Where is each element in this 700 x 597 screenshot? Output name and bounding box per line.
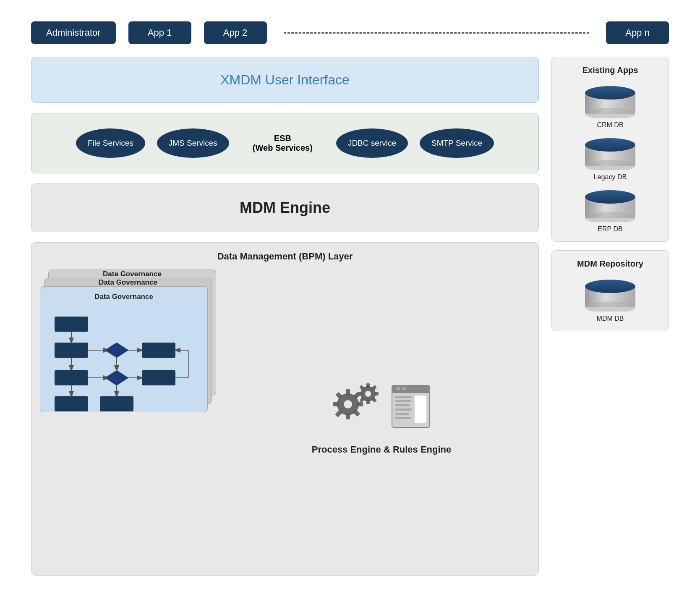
dashed-separator (284, 32, 589, 34)
svg-rect-17 (55, 396, 88, 411)
bpm-inner: Data Governance Data Governance Data Gov… (40, 270, 530, 566)
mdm-engine-label: MDM Engine (240, 199, 330, 217)
svg-marker-10 (105, 370, 128, 385)
jms-services-ellipse: JMS Services (157, 128, 229, 158)
process-engine-area: Process Engine & Rules Engine (233, 270, 530, 566)
svg-rect-33 (366, 383, 370, 388)
svg-rect-51 (395, 408, 412, 411)
svg-point-58 (585, 138, 635, 152)
smtp-service-ellipse: SMTP Service (420, 128, 494, 158)
document-icon (390, 383, 432, 429)
erp-db-label: ERP DB (598, 225, 622, 233)
xmdm-ui-box: XMDM User Interface (31, 57, 539, 103)
svg-rect-25 (357, 402, 363, 406)
svg-rect-49 (395, 400, 411, 402)
legacy-db-label: Legacy DB (594, 173, 627, 181)
jdbc-service-ellipse: JDBC service (336, 128, 408, 158)
svg-rect-12 (142, 370, 175, 385)
svg-rect-52 (395, 413, 409, 415)
xmdm-ui-label: XMDM User Interface (220, 72, 350, 88)
gears-icon (331, 381, 386, 432)
svg-rect-47 (414, 395, 427, 424)
svg-rect-8 (55, 370, 88, 385)
svg-rect-34 (366, 400, 370, 404)
mdm-engine-box: MDM Engine (31, 183, 539, 232)
svg-point-45 (397, 387, 400, 390)
content-area: XMDM User Interface File Services JMS Se… (31, 57, 669, 576)
crm-db-wrap: CRM DB (581, 84, 640, 129)
flowchart-svg (46, 306, 201, 419)
process-engine-label: Process Engine & Rules Engine (312, 444, 452, 455)
erp-db-wrap: ERP DB (581, 189, 640, 233)
svg-point-55 (585, 86, 635, 100)
gears-doc-area (331, 381, 432, 432)
mdm-repository-title: MDM Repository (577, 259, 643, 269)
svg-point-22 (344, 400, 352, 408)
svg-rect-35 (374, 392, 379, 395)
svg-rect-24 (346, 414, 350, 419)
gc-title-back2: Data Governance (49, 270, 216, 278)
mdm-db-icon (581, 278, 640, 312)
svg-rect-36 (358, 392, 362, 395)
services-box: File Services JMS Services ESB(Web Servi… (31, 113, 539, 173)
crm-db-label: CRM DB (597, 121, 623, 129)
legacy-db-icon (581, 136, 640, 170)
mdm-repository-panel: MDM Repository MDM DB (551, 250, 669, 331)
erp-db-icon (581, 189, 640, 222)
svg-rect-23 (346, 389, 350, 395)
appn-box: App n (606, 21, 669, 44)
svg-rect-50 (395, 404, 410, 406)
bpm-layer-box: Data Management (BPM) Layer Data Governa… (31, 242, 539, 576)
mdm-db-wrap: MDM DB (581, 278, 640, 322)
mdm-db-label: MDM DB (597, 315, 624, 322)
svg-point-61 (585, 190, 635, 204)
bpm-title: Data Management (BPM) Layer (40, 251, 530, 262)
svg-rect-2 (55, 343, 88, 358)
gc-title-back1: Data Governance (44, 278, 212, 287)
existing-apps-panel: Existing Apps (551, 57, 669, 242)
legacy-db-wrap: Legacy DB (581, 136, 640, 181)
gc-title-front: Data Governance (46, 293, 201, 301)
svg-marker-4 (105, 343, 128, 358)
top-row: Administrator App 1 App 2 App n (31, 21, 669, 44)
governance-stack: Data Governance Data Governance Data Gov… (40, 270, 220, 566)
app2-box: App 2 (204, 21, 267, 44)
app1-box: App 1 (128, 21, 191, 44)
svg-rect-53 (395, 417, 411, 419)
file-services-ellipse: File Services (76, 128, 145, 158)
governance-card-front: Data Governance (40, 286, 208, 412)
crm-db-icon (581, 84, 640, 118)
svg-rect-0 (55, 317, 88, 332)
svg-point-32 (365, 391, 371, 397)
svg-rect-26 (333, 402, 339, 406)
svg-rect-6 (142, 343, 175, 358)
svg-rect-20 (100, 396, 133, 411)
svg-rect-48 (395, 396, 412, 398)
admin-box: Administrator (31, 21, 116, 44)
existing-apps-title: Existing Apps (582, 65, 638, 75)
left-column: XMDM User Interface File Services JMS Se… (31, 57, 539, 576)
svg-point-46 (402, 387, 406, 390)
esb-label: ESB(Web Services) (241, 125, 324, 161)
right-sidebar: Existing Apps (551, 57, 669, 576)
main-wrapper: Administrator App 1 App 2 App n XMDM Use… (23, 13, 677, 584)
svg-point-64 (585, 280, 635, 293)
